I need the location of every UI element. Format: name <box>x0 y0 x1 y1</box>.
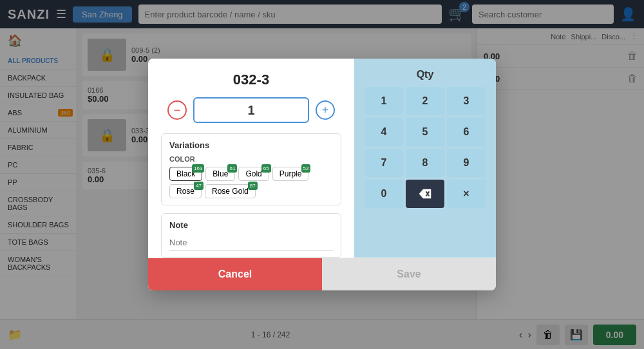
color-options: Black 163 Blue 61 Gold 65 Purple <box>169 167 333 198</box>
color-badge-blue: 61 <box>227 164 237 173</box>
note-title: Note <box>169 220 333 230</box>
color-badge-black: 163 <box>192 164 204 173</box>
color-badge-gold: 65 <box>261 164 271 173</box>
qty-input[interactable] <box>193 97 309 123</box>
cancel-button[interactable]: Cancel <box>148 258 322 290</box>
color-btn-rose[interactable]: Rose 47 <box>169 184 202 198</box>
color-btn-purple[interactable]: Purple 52 <box>272 167 309 181</box>
color-badge-rose-gold: 87 <box>248 182 258 190</box>
key-3[interactable]: 3 <box>447 87 486 115</box>
key-0[interactable]: 0 <box>365 180 403 208</box>
key-1[interactable]: 1 <box>365 87 403 115</box>
qty-label: Qty <box>365 69 486 80</box>
key-8[interactable]: 8 <box>406 149 444 177</box>
key-5[interactable]: 5 <box>406 118 444 146</box>
color-btn-black[interactable]: Black 163 <box>169 167 202 181</box>
key-clear[interactable]: × <box>447 180 486 208</box>
modal-body: 032-3 − + Variations COLOR Black 163 <box>148 59 496 258</box>
variations-title: Variations <box>169 140 333 150</box>
modal-left: 032-3 − + Variations COLOR Black 163 <box>148 59 354 258</box>
modal-right: Qty 1 2 3 4 5 6 7 8 9 0 <box>354 59 496 258</box>
color-btn-blue[interactable]: Blue 61 <box>205 167 235 181</box>
key-backspace[interactable] <box>406 180 444 208</box>
color-label: COLOR <box>169 155 333 163</box>
qty-row: − + <box>161 97 341 123</box>
variations-section: Variations COLOR Black 163 Blue 61 Gold <box>161 133 341 205</box>
color-badge-purple: 52 <box>301 164 311 173</box>
note-input[interactable] <box>169 235 333 250</box>
save-button[interactable]: Save <box>322 258 496 290</box>
modal-overlay: 032-3 − + Variations COLOR Black 163 <box>0 0 644 349</box>
modal-footer: Cancel Save <box>148 258 496 290</box>
modal-title: 032-3 <box>161 71 341 88</box>
color-btn-rose-gold[interactable]: Rose Gold 87 <box>205 184 256 198</box>
qty-minus-button[interactable]: − <box>167 100 187 120</box>
qty-plus-button[interactable]: + <box>316 100 335 120</box>
key-4[interactable]: 4 <box>365 118 403 146</box>
key-2[interactable]: 2 <box>406 87 444 115</box>
note-section: Note <box>161 213 341 258</box>
keypad: 1 2 3 4 5 6 7 8 9 0 × <box>365 87 486 208</box>
modal: 032-3 − + Variations COLOR Black 163 <box>148 59 496 290</box>
color-btn-gold[interactable]: Gold 65 <box>238 167 269 181</box>
key-9[interactable]: 9 <box>447 149 486 177</box>
key-6[interactable]: 6 <box>447 118 486 146</box>
color-badge-rose: 47 <box>194 182 204 190</box>
key-7[interactable]: 7 <box>365 149 403 177</box>
